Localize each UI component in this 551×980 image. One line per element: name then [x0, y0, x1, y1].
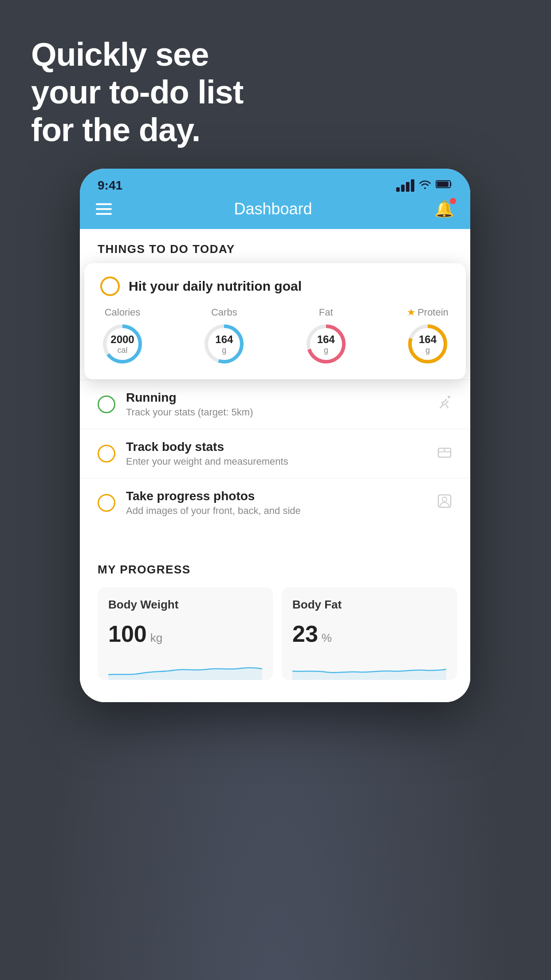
notification-dot — [450, 198, 456, 204]
nutrition-card-header: Hit your daily nutrition goal — [100, 277, 450, 296]
body-weight-value: 100 — [108, 620, 147, 647]
phone-mockup: 9:41 — [80, 169, 470, 702]
body-weight-chart — [108, 658, 262, 680]
body-fat-title: Body Fat — [292, 598, 446, 612]
body-fat-value-row: 23 % — [292, 620, 446, 647]
macro-fat: Fat 164 g — [304, 307, 348, 366]
todo-content-photos: Take progress photos Add images of your … — [126, 489, 426, 517]
content-area: THINGS TO DO TODAY Hit your daily nutrit… — [80, 229, 470, 702]
macros-row: Calories 2000 cal — [100, 307, 450, 366]
body-fat-chart — [292, 658, 446, 680]
things-today-title: THINGS TO DO TODAY — [98, 242, 453, 256]
nutrition-card[interactable]: Hit your daily nutrition goal Calories — [84, 263, 466, 379]
macro-carbs: Carbs 164 g — [202, 307, 246, 366]
scale-icon — [437, 445, 453, 462]
hero-line2: your to-do list — [31, 73, 243, 111]
macro-protein: ★ Protein 164 g — [405, 307, 450, 366]
macro-fat-value: 164 g — [317, 333, 335, 355]
things-today-header: THINGS TO DO TODAY — [80, 229, 470, 263]
svg-rect-1 — [437, 182, 449, 187]
battery-icon — [436, 180, 453, 191]
macro-calories: Calories 2000 cal — [100, 307, 145, 366]
svg-point-11 — [444, 449, 445, 451]
macro-calories-value: 2000 cal — [110, 333, 134, 355]
todo-desc-photos: Add images of your front, back, and side — [126, 505, 426, 517]
todo-name-photos: Take progress photos — [126, 489, 426, 503]
hamburger-menu[interactable] — [96, 203, 112, 215]
nutrition-circle-check — [100, 277, 120, 296]
macro-fat-label: Fat — [319, 307, 333, 318]
macro-fat-ring: 164 g — [304, 322, 348, 366]
todo-name-running: Running — [126, 391, 426, 405]
todo-circle-photos — [98, 494, 115, 512]
status-icons — [396, 179, 453, 192]
svg-point-13 — [442, 497, 447, 502]
person-icon — [437, 493, 453, 513]
todo-desc-body-stats: Enter your weight and measurements — [126, 456, 426, 467]
todo-desc-running: Track your stats (target: 5km) — [126, 407, 426, 418]
body-weight-card[interactable]: Body Weight 100 kg — [98, 587, 273, 680]
todo-circle-body-stats — [98, 445, 115, 462]
todo-circle-running — [98, 395, 115, 413]
status-bar: 9:41 — [80, 169, 470, 195]
macro-carbs-label: Carbs — [211, 307, 237, 318]
hero-line1: Quickly see — [31, 36, 243, 73]
todo-item-photos[interactable]: Take progress photos Add images of your … — [80, 478, 470, 527]
todo-item-body-stats[interactable]: Track body stats Enter your weight and m… — [80, 429, 470, 478]
body-fat-card[interactable]: Body Fat 23 % — [282, 587, 457, 680]
macro-calories-ring: 2000 cal — [100, 322, 145, 366]
body-weight-title: Body Weight — [108, 598, 262, 612]
progress-cards: Body Weight 100 kg Body Fat — [98, 587, 457, 680]
macro-protein-value: 164 g — [419, 333, 437, 355]
todo-item-running[interactable]: Running Track your stats (target: 5km) — [80, 379, 470, 429]
macro-protein-label: Protein — [417, 307, 449, 318]
wifi-icon — [419, 179, 431, 192]
todo-name-body-stats: Track body stats — [126, 440, 426, 454]
macro-carbs-value: 164 g — [215, 333, 233, 355]
body-weight-value-row: 100 kg — [108, 620, 262, 647]
nav-bar: Dashboard 🔔 — [80, 195, 470, 229]
todo-list: Running Track your stats (target: 5km) T… — [80, 379, 470, 527]
protein-star-icon: ★ — [407, 307, 416, 318]
body-weight-unit: kg — [150, 631, 162, 645]
bell-icon[interactable]: 🔔 — [434, 200, 454, 218]
hero-line3: for the day. — [31, 111, 243, 149]
signal-icon — [396, 179, 414, 192]
nav-title: Dashboard — [234, 200, 312, 218]
todo-content-running: Running Track your stats (target: 5km) — [126, 391, 426, 418]
macro-carbs-ring: 164 g — [202, 322, 246, 366]
progress-title: MY PROGRESS — [98, 563, 457, 577]
body-fat-value: 23 — [292, 620, 318, 647]
hero-text: Quickly see your to-do list for the day. — [31, 36, 243, 149]
todo-content-body-stats: Track body stats Enter your weight and m… — [126, 440, 426, 467]
body-fat-unit: % — [322, 631, 332, 645]
running-icon — [437, 395, 453, 413]
progress-section: MY PROGRESS Body Weight 100 kg — [80, 545, 470, 693]
macro-protein-ring: 164 g — [405, 322, 450, 366]
nutrition-title: Hit your daily nutrition goal — [129, 279, 302, 294]
status-time: 9:41 — [98, 178, 122, 193]
macro-calories-label: Calories — [105, 307, 141, 318]
